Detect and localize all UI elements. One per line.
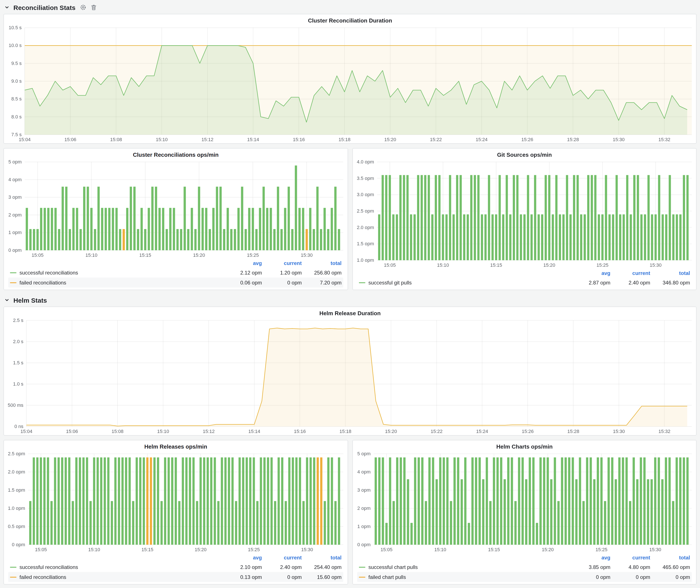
- legend-col-avg[interactable]: avg: [222, 555, 262, 561]
- legend-col-total[interactable]: total: [650, 555, 690, 561]
- chevron-down-icon[interactable]: [4, 5, 10, 10]
- svg-text:15:05: 15:05: [32, 252, 44, 258]
- legend-col-total[interactable]: total: [302, 555, 342, 561]
- svg-text:15:15: 15:15: [488, 547, 500, 552]
- legend-col-avg[interactable]: avg: [571, 270, 610, 276]
- svg-text:15:32: 15:32: [658, 429, 670, 434]
- svg-text:5 opm: 5 opm: [8, 159, 22, 165]
- svg-text:1.5 opm: 1.5 opm: [357, 241, 374, 246]
- svg-text:2.0 opm: 2.0 opm: [357, 225, 374, 230]
- legend-series-label[interactable]: successful reconciliations: [10, 270, 222, 276]
- svg-text:15:12: 15:12: [203, 429, 215, 434]
- svg-text:15:20: 15:20: [195, 547, 206, 552]
- chart-helm-releases-ops[interactable]: 0 opm0.5 opm1.0 opm1.5 opm2.0 opm2.5 opm…: [4, 450, 348, 553]
- legend-row: failed reconciliations 0.13 opm 0 opm 15…: [8, 572, 343, 582]
- chart-helm-release-duration[interactable]: 0 ns500 ms1.0 s1.5 s2.0 s2.5 s15:0415:06…: [4, 317, 696, 435]
- legend-header: avg current total: [357, 269, 692, 278]
- gear-icon[interactable]: [80, 4, 86, 10]
- panel-title[interactable]: Cluster Reconciliations ops/min: [4, 149, 348, 158]
- chart-git-sources-ops[interactable]: 1.0 opm1.5 opm2.0 opm2.5 opm3.0 opm3.5 o…: [353, 158, 696, 269]
- panel-title[interactable]: Cluster Reconciliation Duration: [4, 14, 696, 24]
- svg-text:1.0 s: 1.0 s: [13, 381, 23, 387]
- svg-text:1.0 opm: 1.0 opm: [8, 506, 25, 511]
- svg-text:2.5 s: 2.5 s: [13, 318, 23, 323]
- svg-text:15:08: 15:08: [111, 429, 123, 434]
- svg-text:15:10: 15:10: [85, 252, 97, 258]
- series-color-dash-icon: [10, 567, 16, 567]
- legend: avg current total successful git pulls 2…: [353, 269, 696, 290]
- svg-text:15:18: 15:18: [339, 137, 350, 142]
- panel-title[interactable]: Helm Releases ops/min: [4, 440, 348, 450]
- svg-text:15:06: 15:06: [64, 137, 76, 142]
- svg-text:4 opm: 4 opm: [8, 177, 22, 182]
- svg-text:7.5 s: 7.5 s: [11, 132, 22, 137]
- svg-text:15:32: 15:32: [658, 137, 670, 142]
- legend-series-label[interactable]: successful reconciliations: [10, 564, 222, 570]
- legend-row: failed chart pulls 0 opm 0 opm 0 opm: [357, 572, 692, 582]
- legend-row: successful chart pulls 3.85 opm 4.80 opm…: [357, 562, 692, 572]
- svg-text:15:10: 15:10: [434, 547, 446, 552]
- svg-text:15:16: 15:16: [294, 429, 306, 434]
- legend-avg-value: 0.13 opm: [222, 574, 262, 580]
- svg-text:15:20: 15:20: [193, 252, 205, 258]
- svg-text:15:10: 15:10: [437, 262, 449, 268]
- legend-current-value: 1.20 opm: [262, 270, 302, 276]
- svg-text:15:26: 15:26: [521, 137, 533, 142]
- chevron-down-icon[interactable]: [4, 297, 10, 303]
- legend-row: successful reconciliations 2.12 opm 1.20…: [8, 268, 343, 278]
- legend-series-label[interactable]: failed chart pulls: [359, 574, 571, 580]
- legend-row: failed reconciliations 0.06 opm 0 opm 7.…: [8, 278, 343, 288]
- svg-text:15:15: 15:15: [490, 262, 502, 268]
- svg-text:15:20: 15:20: [543, 262, 555, 268]
- svg-text:3 opm: 3 opm: [357, 487, 371, 493]
- legend-series-label[interactable]: failed reconciliations: [10, 574, 222, 580]
- svg-text:15:05: 15:05: [35, 547, 47, 552]
- panel-title[interactable]: Helm Charts ops/min: [353, 440, 696, 450]
- legend-col-current[interactable]: current: [262, 555, 302, 561]
- svg-text:15:25: 15:25: [595, 547, 607, 552]
- panel-git-sources-ops: Git Sources ops/min 1.0 opm1.5 opm2.0 op…: [352, 148, 697, 290]
- legend-series-label[interactable]: failed reconciliations: [10, 279, 222, 286]
- svg-text:15:10: 15:10: [88, 547, 100, 552]
- svg-text:15:30: 15:30: [613, 137, 625, 142]
- legend-avg-value: 0 opm: [571, 574, 610, 580]
- legend-current-value: 0 opm: [262, 279, 302, 286]
- legend-col-current[interactable]: current: [262, 260, 302, 266]
- legend-avg-value: 0.06 opm: [222, 279, 262, 286]
- panel-helm-releases-ops: Helm Releases ops/min 0 opm0.5 opm1.0 op…: [3, 440, 348, 585]
- chart-cluster-reconciliation-duration[interactable]: 7.5 s8.0 s8.5 s9.0 s9.5 s10.0 s10.5 s15:…: [4, 24, 696, 143]
- legend-series-label[interactable]: successful git pulls: [359, 279, 571, 286]
- svg-text:15:24: 15:24: [476, 429, 488, 434]
- svg-text:2.5 opm: 2.5 opm: [357, 208, 374, 214]
- legend-current-value: 2.40 opm: [262, 564, 302, 570]
- svg-text:1.0 opm: 1.0 opm: [357, 257, 374, 263]
- chart-cluster-reconciliations-ops[interactable]: 0 opm1 opm2 opm3 opm4 opm5 opm15:0515:10…: [4, 158, 348, 259]
- legend-total-value: 256.80 opm: [302, 270, 342, 276]
- panel-cluster-reconciliations-ops: Cluster Reconciliations ops/min 0 opm1 o…: [3, 148, 348, 290]
- legend-total-value: 465.60 opm: [650, 564, 690, 570]
- trash-icon[interactable]: [91, 4, 97, 10]
- svg-text:15:12: 15:12: [202, 137, 213, 142]
- svg-text:15:30: 15:30: [649, 547, 661, 552]
- legend-total-value: 346.80 opm: [650, 279, 690, 286]
- svg-text:15:28: 15:28: [567, 137, 579, 142]
- svg-text:2.0 opm: 2.0 opm: [8, 469, 25, 475]
- panel-title[interactable]: Helm Release Duration: [4, 307, 696, 317]
- panel-title[interactable]: Git Sources ops/min: [353, 149, 696, 158]
- svg-text:500 ms: 500 ms: [8, 402, 23, 408]
- legend-series-label[interactable]: successful chart pulls: [359, 564, 571, 570]
- legend-col-avg[interactable]: avg: [571, 555, 610, 561]
- legend-avg-value: 2.87 opm: [571, 279, 610, 286]
- legend-col-total[interactable]: total: [302, 260, 342, 266]
- legend-col-current[interactable]: current: [610, 555, 650, 561]
- svg-text:15:10: 15:10: [157, 429, 169, 434]
- legend-current-value: 4.80 opm: [610, 564, 650, 570]
- chart-helm-charts-ops[interactable]: 0 opm1 opm2 opm3 opm4 opm5 opm15:0515:10…: [353, 450, 696, 553]
- section-helm-stats[interactable]: Helm Stats: [3, 294, 697, 307]
- section-reconciliation-stats[interactable]: Reconciliation Stats: [3, 1, 697, 14]
- legend-col-total[interactable]: total: [650, 270, 690, 276]
- legend: avg current total successful chart pulls…: [353, 553, 696, 584]
- svg-text:4 opm: 4 opm: [357, 469, 371, 475]
- legend-col-current[interactable]: current: [610, 270, 650, 276]
- legend-col-avg[interactable]: avg: [222, 260, 262, 266]
